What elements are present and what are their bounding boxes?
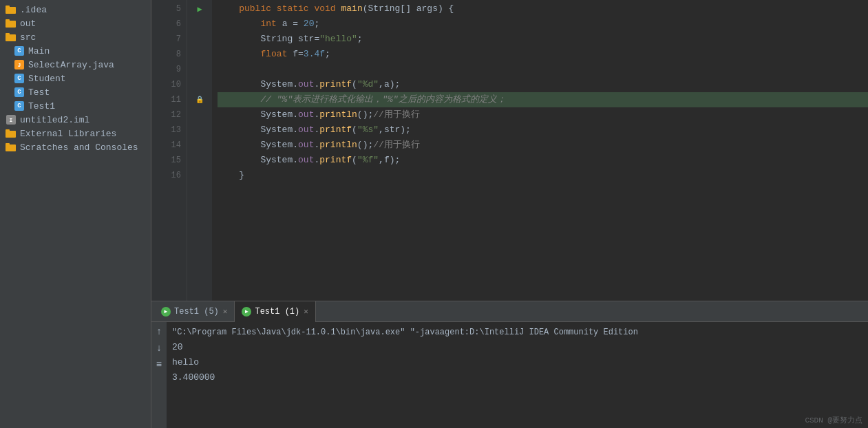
code-line-14: System.out.println();//用于换行 <box>218 138 868 153</box>
sidebar-label-out: out <box>20 19 36 29</box>
code-content: 5 6 7 8 9 10 11 12 13 14 15 16 ▶ <box>151 0 868 301</box>
scroll-down-btn[interactable]: ↓ <box>152 341 166 355</box>
code-line-8: float f=3.4f; <box>218 47 868 62</box>
tab-test1-1[interactable]: ▶ Test1 (1) ✕ <box>235 301 315 322</box>
sidebar-item-student[interactable]: C Student <box>0 72 151 85</box>
java-icon-selectarray: J <box>14 59 25 70</box>
scroll-up-btn[interactable]: ↑ <box>152 325 166 339</box>
svg-rect-8 <box>6 145 16 151</box>
sidebar-item-selectarray[interactable]: J SelectArray.java <box>0 58 151 72</box>
sidebar-item-main[interactable]: C Main <box>0 44 151 58</box>
tab-close-2[interactable]: ✕ <box>304 307 308 316</box>
iml-icon: I <box>6 114 17 125</box>
code-line-13: System.out.printf("%s",str); <box>218 122 868 138</box>
sidebar: .idea out src C <box>0 0 151 428</box>
svg-rect-0 <box>6 7 16 14</box>
console-sidebar: ↑ ↓ ≡ <box>151 322 167 428</box>
svg-rect-1 <box>6 6 10 8</box>
class-icon-test: C <box>14 87 25 98</box>
run-tab-icon-2: ▶ <box>242 307 251 317</box>
code-line-6: int a = 20; <box>218 17 868 32</box>
code-line-7: String str="hello"; <box>218 32 868 47</box>
line-gutter: ▶ 🔒 <box>187 0 212 301</box>
console-cmd-line: "C:\Program Files\Java\jdk-11.0.1\bin\ja… <box>172 325 862 340</box>
sidebar-item-test[interactable]: C Test <box>0 85 151 99</box>
line-num-6: 6 <box>151 17 181 32</box>
tab-label-test1-5: Test1 (5) <box>174 307 219 317</box>
line-num-7: 7 <box>151 32 181 47</box>
line-num-15: 15 <box>151 153 181 168</box>
console-output-3: 3.400000 <box>172 370 862 385</box>
svg-rect-2 <box>6 21 16 28</box>
sidebar-label-main: Main <box>28 46 50 56</box>
main-area: .idea out src C <box>0 0 868 428</box>
code-line-15: System.out.printf("%f",f); <box>218 153 868 168</box>
sidebar-item-test1[interactable]: C Test1 <box>0 99 151 113</box>
folder-src-icon <box>6 32 17 43</box>
code-lines[interactable]: public static void main(String[] args) {… <box>212 0 868 301</box>
tab-test1-5[interactable]: ▶ Test1 (5) ✕ <box>154 301 235 322</box>
code-line-10: System.out.printf("%d",a); <box>218 77 868 92</box>
folder-icon <box>6 4 17 15</box>
sidebar-item-idea[interactable]: .idea <box>0 3 151 17</box>
line-num-5: 5 <box>151 1 181 17</box>
sidebar-label-test1: Test1 <box>28 101 55 111</box>
sidebar-label-selectarray: SelectArray.java <box>28 60 114 70</box>
console-text-area: "C:\Program Files\Java\jdk-11.0.1\bin\ja… <box>167 322 868 428</box>
line-num-13: 13 <box>151 122 181 138</box>
class-icon-student: C <box>14 73 25 84</box>
line-num-8: 8 <box>151 47 181 62</box>
class-icon-main: C <box>14 45 25 56</box>
svg-rect-6 <box>6 131 16 138</box>
lock-icon: 🔒 <box>195 96 204 104</box>
line-num-16: 16 <box>151 168 181 183</box>
folder-ext-icon <box>6 128 17 139</box>
gutter-cell-12 <box>187 107 212 122</box>
gutter-cell-16 <box>187 168 212 183</box>
line-num-10: 10 <box>151 77 181 92</box>
svg-rect-9 <box>6 143 10 145</box>
sidebar-item-src[interactable]: src <box>0 30 151 44</box>
line-num-12: 12 <box>151 107 181 122</box>
run-tab-icon-1: ▶ <box>161 307 171 317</box>
sidebar-label-src: src <box>20 32 36 43</box>
gutter-cell-11: 🔒 <box>187 92 212 107</box>
line-num-9: 9 <box>151 62 181 77</box>
svg-rect-7 <box>6 129 10 131</box>
folder-out-icon <box>6 18 17 29</box>
sidebar-item-iml[interactable]: I untitled2.iml <box>0 113 151 127</box>
sidebar-item-scratches[interactable]: Scratches and Consoles <box>0 140 151 154</box>
sidebar-label-scratches: Scratches and Consoles <box>20 142 138 153</box>
gutter-cell-7 <box>187 32 212 47</box>
gutter-cell-6 <box>187 17 212 32</box>
line-num-11: 11 <box>151 92 181 107</box>
sidebar-label-test: Test <box>28 87 50 98</box>
editor-area: 5 6 7 8 9 10 11 12 13 14 15 16 ▶ <box>151 0 868 428</box>
console-output-1: 20 <box>172 340 862 355</box>
code-line-16: } <box>218 168 868 183</box>
gutter-cell-5[interactable]: ▶ <box>187 1 212 17</box>
svg-rect-4 <box>6 34 16 41</box>
gutter-cell-13 <box>187 122 212 138</box>
console-cmd-text: "C:\Program Files\Java\jdk-11.0.1\bin\ja… <box>172 328 638 337</box>
code-line-12: System.out.println();//用于换行 <box>218 107 868 122</box>
sidebar-item-external[interactable]: External Libraries <box>0 127 151 140</box>
run-arrow-icon[interactable]: ▶ <box>197 4 202 14</box>
bottom-panel: ▶ Test1 (5) ✕ ▶ Test1 (1) ✕ ↑ ↓ ≡ <box>151 301 868 428</box>
folder-scratch-icon <box>6 142 17 153</box>
line-numbers: 5 6 7 8 9 10 11 12 13 14 15 16 <box>151 0 187 301</box>
gutter-cell-8 <box>187 47 212 62</box>
console-content: ↑ ↓ ≡ "C:\Program Files\Java\jdk-11.0.1\… <box>151 322 868 428</box>
code-line-9 <box>218 62 868 77</box>
sidebar-label-external: External Libraries <box>20 129 116 139</box>
sidebar-item-out[interactable]: out <box>0 17 151 30</box>
watermark: CSDN @要努力点 <box>805 415 862 425</box>
gutter-cell-10 <box>187 77 212 92</box>
svg-rect-5 <box>6 33 10 35</box>
gutter-cell-9 <box>187 62 212 77</box>
console-extra-btn[interactable]: ≡ <box>152 358 166 372</box>
console-output-2: hello <box>172 355 862 370</box>
code-line-5: public static void main(String[] args) { <box>218 1 868 17</box>
tab-close-1[interactable]: ✕ <box>223 307 228 316</box>
gutter-cell-14 <box>187 138 212 153</box>
